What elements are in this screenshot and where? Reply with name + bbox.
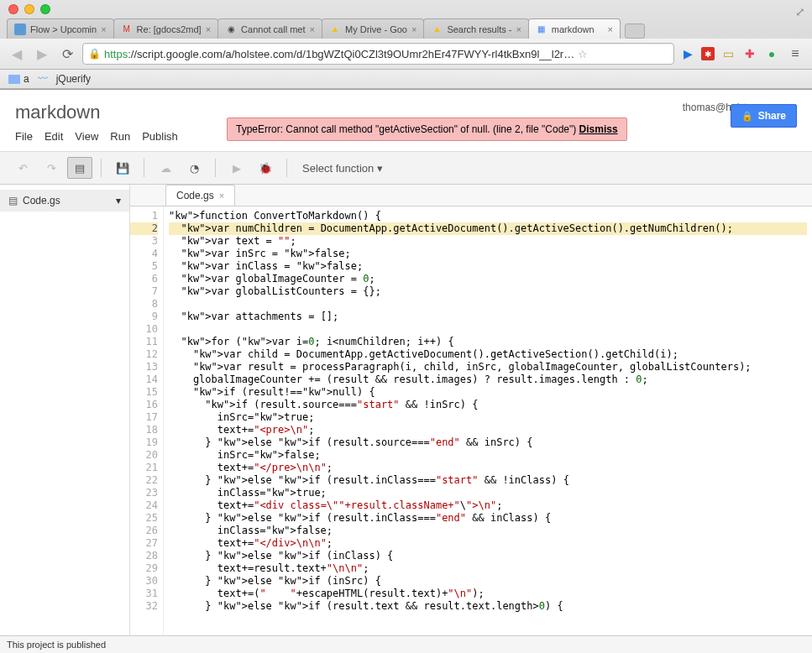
favicon: M: [121, 24, 133, 35]
deploy-button[interactable]: ☁: [153, 157, 178, 179]
menu-run[interactable]: Run: [110, 130, 130, 143]
error-message: TypeError: Cannot call method "getActive…: [236, 123, 576, 135]
extension-icon[interactable]: ✱: [701, 47, 715, 60]
tab-label: Cannot call met: [241, 24, 305, 34]
window-close-button[interactable]: [8, 4, 18, 14]
tab-strip: Flow > Upcomin×MRe: [gdocs2md]×◉Cannot c…: [0, 17, 812, 39]
browser-tab[interactable]: ▲Search results -×: [423, 18, 528, 39]
bookmarks-bar: a 〰 jQuerify: [0, 70, 812, 89]
browser-tab[interactable]: ▦markdown×: [528, 18, 621, 39]
window-minimize-button[interactable]: [24, 4, 34, 14]
lock-icon: 🔒: [741, 111, 753, 122]
close-icon[interactable]: ×: [607, 24, 612, 34]
save-button[interactable]: 💾: [110, 157, 135, 179]
editor-tab[interactable]: Code.gs×: [165, 185, 235, 206]
chevron-down-icon: ▾: [377, 162, 383, 175]
close-icon[interactable]: ×: [219, 191, 224, 201]
select-function-dropdown[interactable]: Select function▾: [296, 159, 390, 178]
share-button[interactable]: 🔒Share: [731, 104, 797, 128]
menu-edit[interactable]: Edit: [45, 130, 63, 143]
undo-button[interactable]: ↶: [10, 157, 35, 179]
menu-publish[interactable]: Publish: [142, 130, 178, 143]
line-gutter: 1234567891011121314151617181920212223242…: [130, 206, 164, 653]
workspace: ▤Code.gs ▾ Code.gs× 12345678910111213141…: [0, 185, 812, 653]
window-zoom-button[interactable]: [40, 4, 50, 14]
bookmark-folder[interactable]: a: [8, 73, 29, 85]
chrome-menu-button[interactable]: ≡: [785, 44, 805, 64]
close-icon[interactable]: ×: [516, 24, 521, 34]
tab-label: Code.gs: [176, 190, 214, 201]
lock-icon: 🔒: [88, 48, 101, 60]
extension-icon[interactable]: ✚: [741, 45, 758, 62]
tab-label: Re: [gdocs2md]: [137, 24, 202, 34]
bookmark-star-icon[interactable]: ☆: [578, 48, 588, 60]
select-function-label: Select function: [302, 162, 374, 175]
url-field[interactable]: 🔒 https://script.google.com/a/holstee.co…: [82, 43, 674, 65]
extension-icon[interactable]: ●: [763, 45, 780, 62]
favicon: ▲: [329, 24, 341, 35]
menu-view[interactable]: View: [75, 130, 98, 143]
bookmark-icon: 〰: [38, 73, 48, 85]
separator: [286, 159, 287, 177]
browser-tab[interactable]: Flow > Upcomin×: [7, 18, 114, 39]
redo-button[interactable]: ↷: [39, 157, 64, 179]
forward-button[interactable]: ▶: [32, 44, 52, 64]
project-title[interactable]: markdown: [15, 102, 178, 123]
status-footer: This project is published: [0, 635, 812, 653]
close-icon[interactable]: ×: [310, 24, 315, 34]
tab-label: My Drive - Goo: [345, 24, 407, 34]
separator: [101, 159, 102, 177]
favicon: [14, 24, 26, 35]
bookmark-item[interactable]: jQuerify: [56, 73, 91, 85]
separator: [144, 159, 144, 177]
reload-button[interactable]: ⟳: [57, 44, 77, 64]
tab-label: Search results -: [447, 24, 511, 34]
menu-bar: FileEditViewRunPublish: [15, 123, 178, 151]
url-rest: ://script.google.com/a/holstee.com/d/1bg…: [128, 48, 574, 60]
debug-button[interactable]: 🐞: [253, 157, 278, 179]
indent-button[interactable]: ▤: [67, 157, 92, 179]
chevron-down-icon[interactable]: ▾: [116, 195, 121, 206]
share-label: Share: [758, 110, 786, 122]
code-text[interactable]: "kw">function ConvertToMarkdown() { "kw"…: [164, 206, 812, 653]
close-icon[interactable]: ×: [101, 24, 106, 34]
close-icon[interactable]: ×: [411, 24, 416, 34]
tab-label: Flow > Upcomin: [30, 24, 97, 34]
bookmark-item[interactable]: 〰: [38, 73, 48, 85]
extension-icon[interactable]: ▶: [679, 45, 696, 62]
error-banner: TypeError: Cannot call method "getActive…: [227, 118, 627, 141]
favicon: ▲: [431, 24, 443, 35]
bookmark-label: a: [24, 73, 29, 85]
editor-tabs: Code.gs×: [130, 185, 812, 206]
file-icon: ▤: [8, 195, 18, 206]
browser-chrome: ⤢ Flow > Upcomin×MRe: [gdocs2md]×◉Cannot…: [0, 0, 812, 90]
back-button[interactable]: ◀: [7, 44, 27, 64]
favicon: ▦: [536, 24, 547, 35]
file-name: Code.gs: [23, 195, 60, 206]
maximize-icon[interactable]: ⤢: [795, 5, 805, 18]
url-scheme: https: [104, 48, 128, 60]
status-text: This project is published: [7, 640, 106, 650]
extension-icon[interactable]: ▭: [720, 45, 736, 62]
separator: [215, 159, 216, 177]
close-icon[interactable]: ×: [206, 24, 211, 34]
toolbar: ↶ ↷ ▤ 💾 ☁ ◔ ▶ 🐞 Select function▾: [0, 151, 812, 185]
editor-area: Code.gs× 1234567891011121314151617181920…: [130, 185, 812, 653]
window-controls: ⤢: [0, 0, 812, 17]
triggers-button[interactable]: ◔: [181, 157, 207, 179]
bookmark-label: jQuerify: [56, 73, 91, 85]
browser-tab[interactable]: ◉Cannot call met×: [217, 18, 322, 39]
code-editor[interactable]: 1234567891011121314151617181920212223242…: [130, 206, 812, 653]
browser-tab[interactable]: ▲My Drive - Goo×: [322, 18, 424, 39]
new-tab-button[interactable]: [625, 24, 645, 39]
folder-icon: [8, 75, 20, 84]
favicon: ◉: [225, 24, 237, 35]
apps-script-editor: markdown FileEditViewRunPublish thomas@h…: [0, 90, 812, 653]
address-bar: ◀ ▶ ⟳ 🔒 https://script.google.com/a/hols…: [0, 39, 812, 70]
run-button[interactable]: ▶: [224, 157, 249, 179]
dismiss-link[interactable]: Dismiss: [579, 123, 618, 135]
file-sidebar: ▤Code.gs ▾: [0, 185, 130, 653]
file-item[interactable]: ▤Code.gs ▾: [0, 190, 129, 212]
menu-file[interactable]: File: [15, 130, 33, 143]
browser-tab[interactable]: MRe: [gdocs2md]×: [113, 18, 218, 39]
